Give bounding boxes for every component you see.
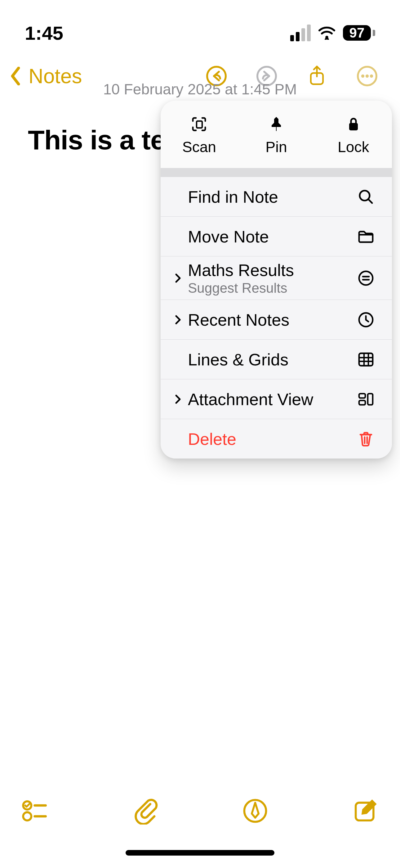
markup-button[interactable] bbox=[241, 797, 269, 825]
find-in-note-item[interactable]: Find in Note bbox=[161, 177, 392, 216]
status-time: 1:45 bbox=[25, 22, 63, 44]
chevron-right-icon bbox=[169, 315, 187, 325]
attachment-button[interactable] bbox=[131, 797, 159, 825]
note-date: 10 February 2025 at 1:45 PM bbox=[0, 81, 400, 98]
pin-label: Pin bbox=[265, 138, 287, 156]
more-menu-popover: Scan Pin Lock Find in Note Move Note bbox=[161, 101, 392, 459]
svg-point-0 bbox=[325, 36, 328, 39]
folder-icon bbox=[357, 228, 374, 245]
lock-button[interactable]: Lock bbox=[315, 101, 392, 168]
svg-point-6 bbox=[366, 74, 369, 78]
quick-action-row: Scan Pin Lock bbox=[161, 101, 392, 168]
attachment-view-label: Attachment View bbox=[188, 390, 357, 409]
svg-point-11 bbox=[359, 271, 373, 285]
chevron-right-icon bbox=[169, 273, 187, 283]
svg-point-18 bbox=[23, 812, 31, 820]
lock-label: Lock bbox=[338, 138, 369, 156]
checklist-icon bbox=[21, 797, 48, 825]
move-note-item[interactable]: Move Note bbox=[161, 216, 392, 256]
markup-pen-icon bbox=[241, 797, 269, 825]
search-icon bbox=[357, 188, 374, 206]
status-bar: 1:45 97 bbox=[0, 0, 400, 50]
checklist-button[interactable] bbox=[21, 797, 48, 825]
attachment-layout-icon bbox=[357, 391, 374, 408]
maths-results-label: Maths Results bbox=[188, 260, 357, 280]
pin-icon bbox=[268, 116, 285, 133]
compose-icon bbox=[352, 797, 379, 825]
move-note-label: Move Note bbox=[188, 227, 357, 246]
find-in-note-label: Find in Note bbox=[188, 187, 357, 207]
cellular-signal-icon bbox=[290, 25, 311, 41]
lines-grids-label: Lines & Grids bbox=[188, 350, 357, 369]
svg-rect-14 bbox=[359, 394, 365, 398]
svg-rect-13 bbox=[359, 353, 373, 366]
attachment-view-item[interactable]: Attachment View bbox=[161, 379, 392, 419]
svg-point-5 bbox=[361, 74, 364, 78]
svg-point-7 bbox=[370, 74, 373, 78]
grid-icon bbox=[357, 351, 374, 368]
clock-icon bbox=[357, 311, 374, 329]
lines-grids-item[interactable]: Lines & Grids bbox=[161, 339, 392, 379]
scan-label: Scan bbox=[182, 138, 216, 156]
recent-notes-item[interactable]: Recent Notes bbox=[161, 300, 392, 339]
maths-results-sublabel: Suggest Results bbox=[188, 280, 357, 296]
lock-icon bbox=[345, 116, 362, 133]
maths-results-item[interactable]: Maths Results Suggest Results bbox=[161, 256, 392, 300]
svg-rect-9 bbox=[349, 123, 358, 130]
menu-divider bbox=[161, 168, 392, 177]
svg-rect-8 bbox=[197, 121, 202, 128]
bottom-toolbar bbox=[0, 797, 400, 825]
trash-icon bbox=[357, 430, 374, 448]
wifi-icon bbox=[318, 26, 335, 40]
delete-item[interactable]: Delete bbox=[161, 419, 392, 459]
svg-rect-15 bbox=[359, 400, 365, 405]
status-right: 97 bbox=[290, 25, 375, 41]
home-indicator[interactable] bbox=[126, 850, 274, 856]
compose-button[interactable] bbox=[352, 797, 379, 825]
chevron-right-icon bbox=[169, 394, 187, 404]
equals-circle-icon bbox=[357, 270, 374, 287]
battery-percent: 97 bbox=[349, 25, 365, 41]
svg-rect-16 bbox=[368, 394, 373, 405]
recent-notes-label: Recent Notes bbox=[188, 310, 357, 330]
scan-button[interactable]: Scan bbox=[161, 101, 238, 168]
pin-button[interactable]: Pin bbox=[238, 101, 315, 168]
delete-label: Delete bbox=[188, 429, 357, 448]
scan-icon bbox=[190, 116, 208, 133]
battery-indicator: 97 bbox=[343, 25, 375, 41]
paperclip-icon bbox=[131, 797, 159, 825]
